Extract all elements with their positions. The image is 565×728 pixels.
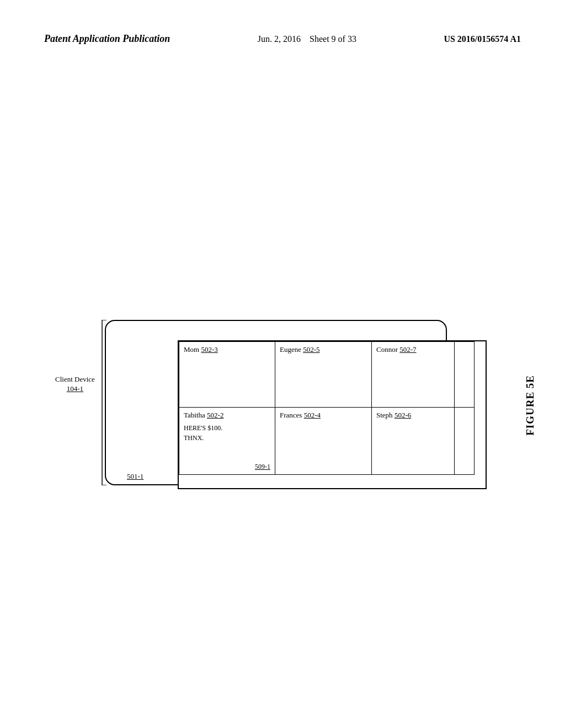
device-frame: Mom 502-3 Eugene 502-5 Connor 502-7 Tabi… <box>105 320 447 485</box>
cell-tabitha-content: HERE'S $100.THNX. <box>184 423 270 443</box>
screen-ref-label: 501-1 <box>127 472 143 481</box>
cell-steph-name: Steph 502-6 <box>376 411 450 420</box>
bracket-svg <box>86 320 108 485</box>
page-header: Patent Application Publication Jun. 2, 2… <box>0 33 565 45</box>
message-ref: 509-1 <box>255 463 270 471</box>
cell-eugene: Eugene 502-5 <box>275 341 372 408</box>
screen-area: Mom 502-3 Eugene 502-5 Connor 502-7 Tabi… <box>178 340 487 489</box>
cell-eugene-name: Eugene 502-5 <box>280 345 367 354</box>
patent-number: US 2016/0156574 A1 <box>444 34 521 44</box>
sheet-info: Sheet 9 of 33 <box>310 34 356 44</box>
cell-frances-name: Frances 502-4 <box>280 411 367 420</box>
publication-label: Patent Application Publication <box>44 33 170 45</box>
cell-connor-name: Connor 502-7 <box>376 345 450 354</box>
cell-connor: Connor 502-7 <box>372 341 455 408</box>
cell-tabitha: Tabitha 502-2 HERE'S $100.THNX. 509-1 <box>179 408 275 475</box>
cell-frances: Frances 502-4 <box>275 408 372 475</box>
cell-empty-bottom <box>455 408 475 475</box>
cell-tabitha-name: Tabitha 502-2 <box>184 411 270 420</box>
cell-steph: Steph 502-6 <box>372 408 455 475</box>
cell-empty-top <box>455 341 475 408</box>
diagram-area: Client Device 104-1 Mom 502- <box>55 309 475 496</box>
cell-mom-name: Mom 502-3 <box>184 345 270 354</box>
date-sheet: Jun. 2, 2016 Sheet 9 of 33 <box>258 34 356 44</box>
cell-mom: Mom 502-3 <box>179 341 275 408</box>
figure-label: FIGURE 5E <box>524 375 536 436</box>
date: Jun. 2, 2016 <box>258 34 301 44</box>
